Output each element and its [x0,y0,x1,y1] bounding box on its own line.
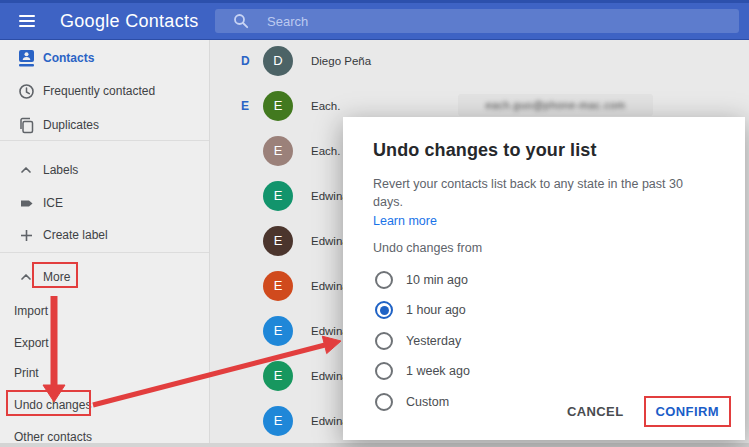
dialog-title: Undo changes to your list [373,140,715,161]
radio-label: Yesterday [406,334,461,348]
radio-option[interactable]: 1 hour ago [373,295,715,326]
radio-icon[interactable] [375,393,393,411]
radio-option[interactable]: Yesterday [373,325,715,356]
sidebar-item-label: Frequently contacted [43,84,155,98]
sidebar-item-label: Contacts [43,51,94,65]
sidebar-section-more[interactable]: More [0,264,203,290]
search-icon [233,13,249,29]
sidebar-item-label: Export [14,336,49,350]
learn-more-link[interactable]: Learn more [373,214,437,228]
avatar: E [263,406,293,436]
sidebar-item-label: Duplicates [43,118,99,132]
chevron-up-icon [17,161,35,179]
avatar: E [263,271,293,301]
app-header: Google Contacts Search [0,0,749,40]
sidebar-item-undo-changes[interactable]: Undo changes [0,392,203,418]
radio-label: Custom [406,395,449,409]
radio-label: 10 min ago [406,273,468,287]
contact-icon [17,49,35,67]
radio-option[interactable]: 1 week ago [373,356,715,387]
radio-icon[interactable] [375,332,393,350]
radio-label: 1 week ago [406,364,470,378]
radio-group: 10 min ago 1 hour ago Yesterday 1 week a… [373,264,715,417]
sidebar-item-ice[interactable]: ICE [0,190,203,216]
avatar: E [263,226,293,256]
label-tag-icon [17,194,35,212]
avatar: E [263,136,293,166]
sidebar-item-frequently-contacted[interactable]: Frequently contacted [0,78,203,104]
dialog-body-text: Revert your contacts list back to any st… [373,175,715,211]
undo-changes-dialog: Undo changes to your list Revert your co… [343,117,745,440]
radio-icon[interactable] [375,301,393,319]
sidebar-item-label: Print [14,366,39,380]
radio-icon[interactable] [375,271,393,289]
cancel-button[interactable]: CANCEL [559,398,632,425]
sidebar-item-label: Import [14,304,48,318]
sidebar: Contacts Frequently contacted Duplicates [0,40,210,447]
sidebar-item-duplicates[interactable]: Duplicates [0,112,203,138]
sidebar-divider [0,140,209,141]
sidebar-item-import[interactable]: Import [0,298,203,324]
dialog-subheading: Undo changes from [373,241,715,255]
sidebar-item-contacts[interactable]: Contacts [0,45,203,71]
redacted-email: each.guo@phone-mac.com [458,94,653,116]
sidebar-item-label: Create label [43,228,108,242]
avatar: E [263,316,293,346]
confirm-annotation-box: CONFIRM [644,396,731,427]
duplicates-copy-icon [17,116,35,134]
sidebar-item-print[interactable]: Print [0,360,203,386]
search-input[interactable]: Search [215,9,739,33]
google-contacts-window: Google Contacts Search Contacts [0,0,749,447]
confirm-button[interactable]: CONFIRM [648,398,727,425]
contact-row[interactable]: D D Diego Peña [211,38,749,83]
sidebar-item-label: Undo changes [14,398,91,412]
hamburger-menu-icon[interactable] [19,15,35,27]
letter-header: D [241,54,261,68]
sidebar-divider [0,252,209,253]
history-clock-icon [17,82,35,100]
contact-name: Each. [311,100,340,112]
letter-header: E [241,99,261,113]
radio-option[interactable]: 10 min ago [373,264,715,295]
sidebar-section-label: Labels [43,163,78,177]
sidebar-section-labels[interactable]: Labels [0,157,203,183]
sidebar-item-export[interactable]: Export [0,330,203,356]
avatar: E [263,91,293,121]
window-bottom-edge [0,443,749,447]
search-placeholder: Search [267,14,308,29]
chevron-up-icon [17,268,35,286]
avatar: E [263,181,293,211]
radio-icon[interactable] [375,362,393,380]
sidebar-item-label: ICE [43,196,63,210]
sidebar-item-create-label[interactable]: Create label [0,222,203,248]
plus-icon [17,226,35,244]
app-title: Google Contacts [60,11,199,32]
contact-name: Diego Peña [311,55,371,67]
avatar: D [263,46,293,76]
sidebar-item-label: Other contacts [14,430,92,444]
sidebar-section-label: More [43,270,70,284]
dialog-footer: CANCEL CONFIRM [559,396,731,427]
radio-label: 1 hour ago [406,303,466,317]
avatar: E [263,361,293,391]
